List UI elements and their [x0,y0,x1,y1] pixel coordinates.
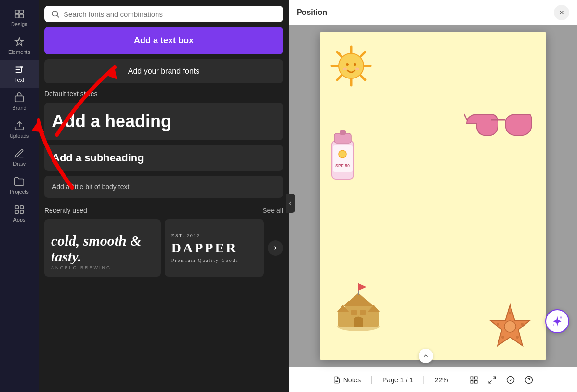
notes-icon [333,376,341,384]
dapper-sub-text: Premium Quality Goods [171,258,257,263]
cold-smooth-font-card[interactable]: cold, smooth & tasty. ANGELO BREWING [44,219,161,277]
design-canvas[interactable]: SPF 50 [320,32,546,360]
scroll-up-button[interactable] [419,349,433,363]
sandcastle-sticker [334,278,382,333]
canvas-area: Position [289,0,577,392]
notes-button[interactable]: Notes [333,376,361,384]
svg-point-47 [521,323,524,326]
sidebar-item-projects[interactable]: Projects [0,171,39,199]
sidebar-item-projects-label: Projects [10,189,29,195]
svg-point-51 [560,316,562,318]
svg-rect-41 [360,310,366,315]
sparkle-icon [551,315,564,327]
panel-collapse-button[interactable] [286,194,295,213]
close-icon [558,9,565,16]
magic-button[interactable] [545,309,569,333]
chevron-right-icon [272,244,279,252]
heading-style-card[interactable]: Add a heading [44,103,283,140]
svg-point-49 [501,336,504,339]
body-text: Add a little bit of body text [52,183,129,191]
starfish-sticker [481,302,539,353]
svg-point-26 [355,68,359,70]
chevron-left-icon [288,200,293,206]
search-bar[interactable] [44,6,283,22]
svg-point-46 [509,312,511,314]
svg-rect-2 [15,14,19,18]
svg-rect-8 [15,210,18,213]
svg-rect-3 [20,14,23,18]
see-all-button[interactable]: See all [262,207,283,214]
svg-point-23 [346,63,349,66]
svg-point-22 [339,53,364,78]
help-icon [525,376,533,384]
sidebar-item-draw[interactable]: Draw [0,144,39,171]
sidebar-item-brand-label: Brand [12,105,26,111]
svg-line-21 [337,76,341,80]
recently-used-header: Recently used See all [44,207,283,214]
top-bar: Position [289,0,577,25]
help-button[interactable] [525,376,533,384]
cold-text: cold, smooth & tasty. [51,233,154,264]
add-textbox-button[interactable]: Add a text box [44,27,283,54]
body-style-card[interactable]: Add a little bit of body text [44,176,283,198]
svg-rect-43 [369,311,379,327]
grid-icon [470,376,478,384]
grid-view-button[interactable] [470,376,478,384]
svg-marker-39 [358,283,367,291]
subheading-style-card[interactable]: Add a subheading [44,145,283,171]
angelo-label: ANGELO BREWING [51,265,154,270]
svg-rect-0 [15,10,19,13]
svg-rect-9 [20,210,23,213]
position-label: Position [297,8,327,17]
brand-fonts-button[interactable]: Add your brand fonts [44,59,283,83]
sidebar-item-text[interactable]: Text [0,60,39,88]
sidebar: Design Elements Text Brand Uploads [0,0,39,392]
sidebar-item-apps[interactable]: Apps [0,199,39,227]
fonts-grid: cold, smooth & tasty. ANGELO BREWING EST… [44,219,283,277]
sidebar-item-design-label: Design [11,21,27,27]
svg-line-20 [361,52,365,56]
subheading-text: Add a subheading [52,152,144,164]
check-button[interactable] [506,376,515,384]
svg-rect-58 [475,380,477,383]
sidebar-item-design[interactable]: Design [0,4,39,32]
svg-rect-7 [20,206,23,209]
search-input[interactable] [64,10,276,18]
sun-sticker [329,44,373,90]
svg-point-50 [497,323,499,326]
svg-line-18 [337,52,341,56]
sidebar-item-draw-label: Draw [13,161,26,167]
svg-rect-4 [15,96,24,102]
fullscreen-button[interactable] [488,376,497,384]
svg-rect-42 [338,311,348,327]
sidebar-item-apps-label: Apps [13,217,25,222]
svg-text:SPF 50: SPF 50 [335,163,350,168]
sidebar-item-brand[interactable]: Brand [0,88,39,116]
dapper-est-text: EST. 2012 [171,233,257,238]
close-panel-button[interactable] [554,5,569,20]
sidebar-item-text-label: Text [14,77,24,83]
svg-point-24 [354,63,356,66]
dapper-text: DAPPER [171,240,257,256]
sidebar-item-uploads[interactable]: Uploads [0,116,39,144]
check-icon [506,376,515,384]
svg-point-10 [52,11,58,16]
svg-rect-40 [351,310,357,315]
svg-rect-35 [340,130,346,135]
svg-line-28 [464,114,467,120]
svg-point-33 [339,150,346,158]
svg-rect-6 [15,206,18,209]
search-icon [51,10,60,18]
svg-rect-1 [20,10,23,13]
next-fonts-button[interactable] [268,240,283,256]
heading-text: Add a heading [52,111,171,131]
svg-rect-55 [471,377,473,379]
svg-point-45 [504,321,516,332]
sunscreen-sticker: SPF 50 [327,126,358,186]
chevron-up-icon [422,353,429,359]
sunglasses-sticker [464,109,532,145]
sidebar-item-elements[interactable]: Elements [0,32,39,60]
dapper-font-card[interactable]: EST. 2012 DAPPER Premium Quality Goods [165,219,264,277]
svg-point-48 [516,336,519,339]
sidebar-item-uploads-label: Uploads [10,133,29,139]
